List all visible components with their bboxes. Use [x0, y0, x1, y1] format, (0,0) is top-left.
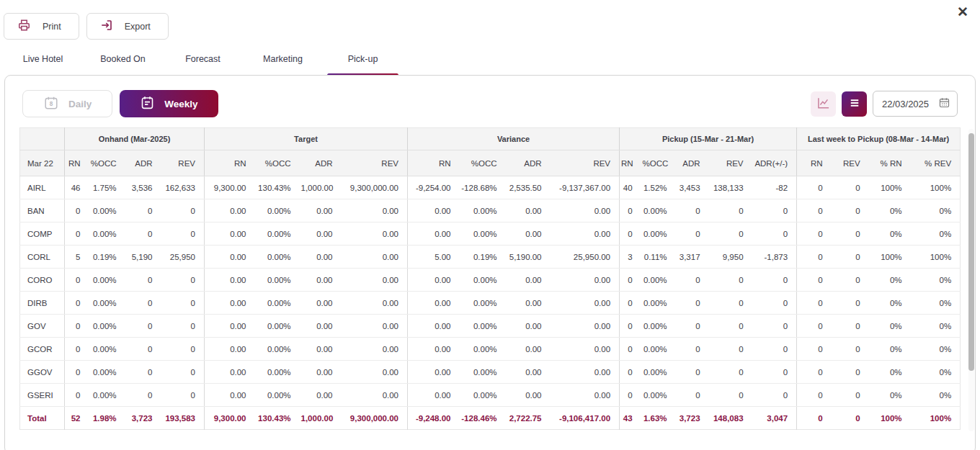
table-cell: 0.00% — [89, 222, 125, 246]
table-cell: 3,047 — [752, 407, 797, 430]
daily-toggle-button[interactable]: 8 Daily — [22, 90, 112, 117]
table-cell: 0 — [832, 246, 869, 269]
table-cell: -128.68% — [460, 176, 506, 199]
table-cell: 0 — [65, 199, 89, 222]
table-cell: 0 — [676, 338, 709, 361]
weekly-toggle-label: Weekly — [164, 99, 197, 109]
table-cell: 0 — [161, 222, 205, 246]
vertical-scrollbar-thumb[interactable] — [968, 133, 974, 371]
table-cell: 0.00 — [408, 361, 460, 384]
table-cell: -9,248.00 — [408, 407, 460, 430]
table-cell: 3,317 — [676, 246, 709, 269]
tab-booked-on[interactable]: Booked On — [83, 54, 163, 75]
table-cell: 0% — [911, 199, 961, 222]
table-cell: 0% — [869, 292, 911, 315]
export-button[interactable]: Export — [86, 13, 169, 40]
table-cell: 0.00% — [255, 338, 300, 361]
chart-view-button[interactable] — [811, 91, 836, 117]
table-cell: 0 — [125, 292, 161, 315]
table-cell: 0 — [125, 269, 161, 292]
column-group-header: Variance — [408, 128, 620, 150]
tab-pickup[interactable]: Pick-up — [323, 54, 403, 75]
table-cell: 0.00 — [506, 384, 551, 407]
tab-forecast[interactable]: Forecast — [163, 54, 243, 75]
table-cell: 0 — [832, 199, 869, 222]
table-cell: 0 — [797, 384, 832, 407]
table-cell: 0 — [832, 361, 869, 384]
weekly-toggle-button[interactable]: Weekly — [120, 90, 218, 117]
table-cell: 0 — [709, 222, 752, 246]
table-cell: 0 — [620, 269, 641, 292]
column-header: %OCC — [641, 150, 676, 176]
date-input[interactable] — [882, 99, 937, 109]
table-cell: -9,254.00 — [408, 176, 460, 199]
table-cell: 0 — [125, 361, 161, 384]
table-cell: 0 — [125, 315, 161, 338]
table-cell: 0 — [161, 199, 205, 222]
table-cell: 100% — [911, 246, 961, 269]
table-cell: 25,950.00 — [551, 246, 620, 269]
table-cell: 0 — [65, 222, 89, 246]
table-cell: 0.11% — [641, 246, 676, 269]
table-cell: 0% — [911, 315, 961, 338]
column-header: REV — [551, 150, 620, 176]
table-cell: 130.43% — [255, 176, 300, 199]
table-cell: 0 — [676, 361, 709, 384]
table-view-button[interactable] — [842, 91, 867, 117]
pickup-panel: 8 Daily Weekly — [4, 75, 976, 450]
column-header: ADR — [300, 150, 342, 176]
table-cell: 0.00% — [255, 315, 300, 338]
table-cell: 0 — [832, 338, 869, 361]
weekly-calendar-icon — [140, 95, 155, 112]
table-cell: 100% — [869, 246, 911, 269]
table-cell: 0% — [911, 361, 961, 384]
table-cell: 0.00 — [506, 269, 551, 292]
date-field[interactable] — [873, 91, 958, 117]
view-toggle: 8 Daily Weekly — [22, 90, 218, 117]
table-cell: 0 — [832, 222, 869, 246]
table-cell: 0.00 — [408, 384, 460, 407]
table-row: CORO00.00%000.000.00%0.000.000.000.00%0.… — [20, 269, 961, 292]
table-cell: 0.00 — [342, 361, 408, 384]
table-cell: 0 — [620, 361, 641, 384]
pickup-table-wrap: Onhand (Mar-2025)TargetVariancePickup (1… — [19, 127, 966, 430]
table-cell: 3,723 — [125, 407, 161, 430]
table-cell: 0.00 — [506, 361, 551, 384]
table-cell: 0.00 — [408, 269, 460, 292]
column-header: % RN — [869, 150, 911, 176]
table-cell: 0.00 — [300, 222, 342, 246]
table-row: AIRL461.75%3,536162,6339,300.00130.43%1,… — [20, 176, 961, 199]
column-group-header: Pickup (15-Mar - 21-Mar) — [620, 128, 797, 150]
table-cell: 0 — [797, 199, 832, 222]
tab-live-hotel[interactable]: Live Hotel — [3, 54, 83, 75]
close-icon[interactable]: ✕ — [953, 4, 973, 19]
print-button-label: Print — [43, 22, 61, 32]
table-cell: 148,083 — [709, 407, 752, 430]
table-row: CORL50.19%5,19025,9500.000.00%0.000.005.… — [20, 246, 961, 269]
daily-toggle-label: Daily — [68, 99, 92, 109]
table-cell: 0 — [65, 269, 89, 292]
table-cell: 1,000.00 — [300, 176, 342, 199]
column-header: REV — [709, 150, 752, 176]
print-button[interactable]: Print — [4, 13, 79, 40]
table-cell: 0.00% — [460, 315, 506, 338]
column-header: RN — [205, 150, 255, 176]
column-header: REV — [832, 150, 869, 176]
table-cell: 0% — [869, 384, 911, 407]
table-cell: 0.00 — [551, 384, 620, 407]
table-cell: 3,723 — [676, 407, 709, 430]
table-cell: 0% — [911, 292, 961, 315]
table-cell: 9,300,000.00 — [342, 407, 408, 430]
calendar-icon[interactable] — [938, 96, 950, 112]
table-cell: 0 — [125, 384, 161, 407]
table-cell: 0.00% — [255, 246, 300, 269]
table-cell: 0.00% — [255, 222, 300, 246]
table-cell: 0 — [832, 269, 869, 292]
table-cell: 0 — [125, 338, 161, 361]
table-cell: 0 — [797, 407, 832, 430]
table-cell: 100% — [869, 176, 911, 199]
table-cell: 0.00 — [408, 199, 460, 222]
table-cell: 0.00% — [641, 199, 676, 222]
table-cell: 0 — [709, 269, 752, 292]
tab-marketing[interactable]: Marketing — [243, 54, 323, 75]
